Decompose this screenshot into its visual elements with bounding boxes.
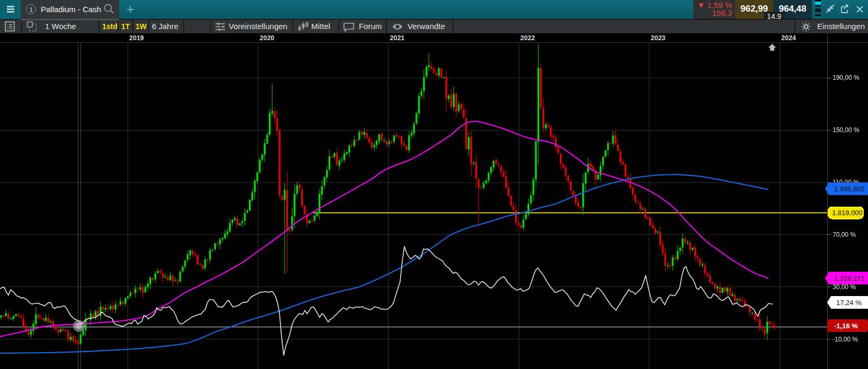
svg-text:190,00 %: 190,00 % bbox=[833, 74, 860, 81]
svg-text:2022: 2022 bbox=[520, 34, 535, 42]
svg-text:2019: 2019 bbox=[129, 34, 144, 42]
svg-text:17,24 %: 17,24 % bbox=[836, 299, 862, 307]
svg-text:2023: 2023 bbox=[651, 34, 666, 42]
svg-text:-1,16 %: -1,16 % bbox=[834, 322, 858, 330]
svg-text:1.995,602: 1.995,602 bbox=[834, 185, 865, 193]
svg-text:1.819,000: 1.819,000 bbox=[832, 209, 863, 217]
svg-text:150,00 %: 150,00 % bbox=[833, 126, 860, 134]
svg-text:2024: 2024 bbox=[781, 34, 796, 42]
svg-text:1.328,271: 1.328,271 bbox=[834, 274, 865, 282]
svg-text:70,00 %: 70,00 % bbox=[833, 231, 856, 238]
svg-text:2021: 2021 bbox=[390, 34, 405, 42]
svg-text:-10,00 %: -10,00 % bbox=[833, 336, 858, 343]
svg-text:2020: 2020 bbox=[260, 34, 275, 42]
